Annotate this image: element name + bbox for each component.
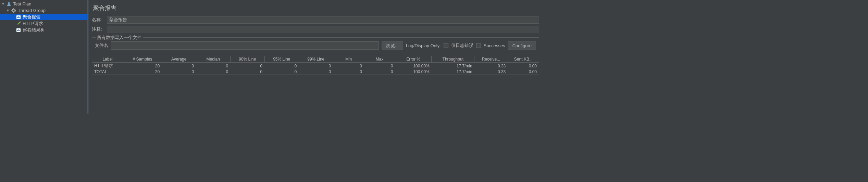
table-row[interactable]: HTTP请求200000000100.00%17.7/min0.330.00	[92, 63, 539, 69]
cell-sent: 0.00	[508, 63, 539, 69]
col-sent[interactable]: Sent KB...	[508, 56, 539, 63]
main-panel: 聚合报告 名称: 注释: 所有数据写入一个文件 文件名 浏览... Log/Di…	[88, 0, 543, 114]
col-error[interactable]: Error %	[395, 56, 432, 63]
cell-median: 0	[196, 69, 230, 75]
col-99line[interactable]: 99% Line	[299, 56, 333, 63]
comment-input[interactable]	[107, 26, 539, 33]
expand-arrow-icon: ▼	[1, 2, 5, 6]
col-label[interactable]: Label	[92, 56, 123, 63]
cell-samples: 20	[123, 69, 162, 75]
cell-p95: 0	[264, 69, 299, 75]
errors-only-checkbox[interactable]	[444, 43, 448, 48]
cell-error: 100.00%	[395, 63, 432, 69]
cell-max: 0	[364, 69, 395, 75]
successes-label[interactable]: Successes	[484, 43, 505, 48]
col-min[interactable]: Min	[333, 56, 364, 63]
cell-throughput: 17.7/min	[432, 69, 474, 75]
cell-label: HTTP请求	[92, 63, 123, 69]
col-recv[interactable]: Receive...	[474, 56, 508, 63]
log-display-label: Log/Display Only:	[406, 43, 441, 48]
cell-recv: 0.33	[474, 69, 508, 75]
cell-min: 0	[333, 69, 364, 75]
cell-p90: 0	[230, 63, 264, 69]
fieldset-legend: 所有数据写入一个文件	[96, 35, 143, 41]
report-icon	[15, 14, 22, 20]
tree-label: 聚合报告	[23, 14, 40, 20]
tree-label: HTTP请求	[23, 21, 43, 27]
report-icon	[15, 27, 22, 33]
tree-node-test-plan[interactable]: ▼ Test Plan	[0, 1, 87, 7]
cell-min: 0	[333, 63, 364, 69]
cell-p99: 0	[299, 63, 333, 69]
file-output-fieldset: 所有数据写入一个文件 文件名 浏览... Log/Display Only: 仅…	[92, 37, 539, 53]
tree-panel: ▼ Test Plan ▼ Thread Group 聚合报告 HTTP请求 察…	[0, 0, 88, 114]
name-input[interactable]	[107, 16, 539, 24]
cell-max: 0	[364, 63, 395, 69]
dropper-icon	[15, 21, 22, 26]
filename-input[interactable]	[111, 41, 379, 50]
col-throughput[interactable]: Throughput	[432, 56, 474, 63]
cell-avg: 0	[162, 69, 196, 75]
cell-error: 100.00%	[395, 69, 432, 75]
cell-median: 0	[196, 63, 230, 69]
tree-label: 察看结果树	[23, 27, 45, 33]
panel-title: 聚合报告	[93, 4, 539, 12]
table-row[interactable]: TOTAL200000000100.00%17.7/min0.330.00	[92, 69, 539, 75]
comment-label: 注释:	[92, 26, 107, 32]
file-row: 文件名 浏览... Log/Display Only: 仅日志错误 Succes…	[95, 41, 536, 50]
cell-sent: 0.00	[508, 69, 539, 75]
results-table: Label # Samples Average Median 90% Line …	[92, 56, 539, 75]
flask-icon	[6, 1, 12, 7]
col-max[interactable]: Max	[364, 56, 395, 63]
svg-rect-5	[19, 17, 20, 18]
tree-node-http-request[interactable]: HTTP请求	[0, 20, 87, 27]
cell-samples: 20	[123, 63, 162, 69]
svg-rect-4	[18, 16, 19, 18]
svg-rect-9	[18, 29, 19, 31]
cell-p95: 0	[264, 63, 299, 69]
col-95line[interactable]: 95% Line	[264, 56, 299, 63]
tree-node-thread-group[interactable]: ▼ Thread Group	[0, 7, 87, 14]
cell-recv: 0.33	[474, 63, 508, 69]
col-average[interactable]: Average	[162, 56, 196, 63]
cell-p90: 0	[230, 69, 264, 75]
cell-throughput: 17.7/min	[432, 63, 474, 69]
tree-node-aggregate-report[interactable]: 聚合报告	[0, 14, 87, 20]
svg-rect-3	[17, 17, 18, 18]
tree-node-results-tree[interactable]: 察看结果树	[0, 27, 87, 33]
svg-rect-8	[17, 30, 18, 31]
browse-button[interactable]: 浏览...	[382, 41, 403, 50]
tree-label: Test Plan	[13, 1, 31, 6]
name-row: 名称:	[92, 16, 539, 24]
col-samples[interactable]: # Samples	[123, 56, 162, 63]
cell-p99: 0	[299, 69, 333, 75]
col-90line[interactable]: 90% Line	[230, 56, 264, 63]
col-median[interactable]: Median	[196, 56, 230, 63]
comment-row: 注释:	[92, 26, 539, 33]
successes-checkbox[interactable]	[476, 43, 481, 48]
filename-label: 文件名	[95, 42, 108, 49]
table-header-row: Label # Samples Average Median 90% Line …	[92, 56, 539, 63]
svg-point-6	[20, 21, 21, 22]
gear-icon	[11, 8, 17, 13]
cell-label: TOTAL	[92, 69, 123, 75]
tree-label: Thread Group	[18, 8, 46, 13]
svg-point-1	[13, 10, 14, 11]
name-label: 名称:	[92, 17, 107, 23]
expand-arrow-icon: ▼	[6, 9, 10, 12]
cell-avg: 0	[162, 63, 196, 69]
configure-button[interactable]: Configure	[508, 41, 536, 50]
errors-only-label[interactable]: 仅日志错误	[451, 42, 473, 49]
svg-rect-10	[19, 30, 20, 31]
